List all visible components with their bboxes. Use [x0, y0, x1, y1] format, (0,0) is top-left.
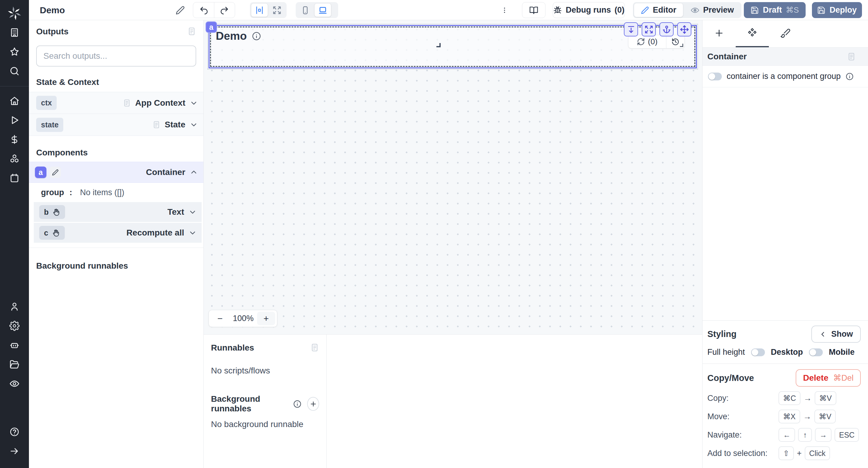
redo-button[interactable] [214, 2, 235, 18]
chevron-up-icon[interactable] [190, 168, 198, 176]
expand-canvas-button[interactable] [269, 3, 285, 17]
group-key: group [41, 188, 64, 197]
full-height-desktop-toggle[interactable] [751, 348, 765, 356]
info-icon[interactable] [252, 31, 261, 41]
rail-item-resources[interactable] [8, 152, 21, 165]
desktop-label: Desktop [771, 347, 803, 357]
deploy-button[interactable]: Deploy [812, 2, 862, 18]
device-toggle-group [296, 2, 338, 18]
runs-resize-corner [680, 44, 683, 47]
refresh-component-button[interactable]: (0) [628, 35, 666, 48]
rail-divider [0, 86, 29, 87]
tab-component-settings[interactable] [736, 20, 769, 47]
rail-item-runs[interactable] [8, 113, 21, 127]
tab-editor[interactable]: Editor [634, 3, 683, 17]
inspector-doc-icon[interactable] [847, 52, 856, 61]
windmill-logo-icon [7, 5, 22, 21]
recompute-type-label: Recompute all [127, 228, 184, 238]
rail-item-search[interactable] [8, 64, 21, 78]
brush-icon [780, 28, 790, 38]
outputs-doc-icon[interactable] [187, 27, 196, 36]
undo-button[interactable] [193, 2, 214, 18]
copymove-section: Copy/Move Delete ⌘Del Copy: ⌘C → ⌘V [703, 364, 868, 460]
chevron-down-icon[interactable] [188, 208, 197, 216]
undo-redo-group [193, 2, 235, 18]
component-group-toggle[interactable] [708, 73, 722, 80]
rail-item-user[interactable] [8, 300, 21, 313]
container-group-row: group : No items ([]) [29, 183, 204, 202]
plus-icon [714, 28, 724, 38]
state-row[interactable]: state State [29, 114, 204, 136]
move-label: Move: [707, 412, 778, 421]
runnables-empty-text: No scripts/flows [211, 366, 319, 375]
gear-icon [9, 321, 20, 331]
rename-component-button[interactable] [50, 167, 61, 178]
info-icon[interactable] [845, 72, 854, 81]
more-menu-button[interactable] [501, 2, 508, 18]
arrow-right-glyph: → [803, 412, 811, 421]
component-row-recompute[interactable]: c Recompute all [34, 223, 202, 243]
windmill-logo[interactable] [0, 0, 29, 26]
container-component[interactable]: Demo [210, 27, 695, 67]
chevron-down-icon[interactable] [190, 121, 198, 129]
content-row: Outputs State & Context ctx App Context [29, 20, 868, 468]
folder-icon [9, 359, 20, 370]
show-styling-button[interactable]: Show [811, 326, 861, 343]
component-resize-handle[interactable] [436, 43, 441, 47]
component-row-container[interactable]: a Container [29, 162, 204, 183]
move-component-button[interactable] [677, 22, 691, 36]
runnables-doc-icon[interactable] [310, 343, 319, 352]
add-background-runnable-button[interactable] [307, 397, 319, 411]
play-icon [9, 115, 20, 125]
component-row-text[interactable]: b Text [34, 202, 202, 222]
center-canvas-button[interactable] [251, 3, 268, 17]
fill-height-button[interactable] [624, 22, 638, 36]
rail-item-audit[interactable] [8, 377, 21, 390]
full-height-mobile-toggle[interactable] [809, 348, 823, 356]
debug-runs-button[interactable]: Debug runs (0) [553, 2, 625, 18]
rail-item-help[interactable] [8, 425, 21, 438]
rail-item-folders[interactable] [8, 358, 21, 371]
tab-preview[interactable]: Preview [684, 3, 741, 17]
zoom-out-button[interactable]: − [211, 313, 229, 324]
ctx-row[interactable]: ctx App Context [29, 92, 204, 114]
rail-item-schedules[interactable] [8, 171, 21, 185]
expand-component-button[interactable] [642, 22, 656, 36]
kbd-arrow-right: → [815, 428, 832, 442]
zoom-in-button[interactable]: + [257, 312, 275, 325]
edit-title-button[interactable] [176, 2, 185, 18]
debug-runs-count: (0) [615, 5, 624, 15]
app-canvas[interactable]: Demo a [204, 20, 702, 334]
rail-item-usage[interactable] [8, 133, 21, 146]
history-icon [671, 38, 680, 46]
kbd-cmd-x: ⌘X [778, 409, 800, 424]
draft-button[interactable]: Draft ⌘S [744, 2, 806, 18]
desktop-view-button[interactable] [314, 3, 331, 17]
background-runnables-heading: Background runnables [36, 261, 196, 271]
main-column: Demo Debug runs (0) [29, 0, 868, 468]
info-icon[interactable] [293, 400, 302, 408]
rail-item-home[interactable] [8, 94, 21, 107]
rail-item-ai[interactable] [8, 338, 21, 352]
chevron-down-icon[interactable] [190, 99, 198, 107]
mobile-view-button[interactable] [297, 3, 314, 17]
kbd-esc: ESC [835, 428, 859, 442]
home-icon [9, 96, 20, 106]
tab-global-styling[interactable] [769, 20, 802, 47]
docs-button[interactable] [522, 2, 546, 18]
search-outputs-input[interactable] [36, 45, 196, 67]
kbd-arrow-up: ↑ [798, 428, 812, 442]
chevron-down-icon[interactable] [188, 229, 197, 237]
rail-item-favorites[interactable] [8, 45, 21, 59]
components-heading: Components [36, 148, 196, 158]
arrow-right-glyph: → [804, 394, 812, 403]
anchor-component-button[interactable] [659, 22, 674, 36]
full-height-label: Full height [707, 347, 745, 357]
rail-item-collapse[interactable] [8, 444, 21, 458]
hand-pointer-icon [52, 229, 60, 237]
rail-item-settings[interactable] [8, 319, 21, 332]
selection-badge-a[interactable]: a [206, 22, 217, 33]
tab-insert-component[interactable] [703, 20, 736, 47]
rail-item-workspace[interactable] [8, 26, 21, 39]
delete-component-button[interactable]: Delete ⌘Del [796, 369, 861, 387]
